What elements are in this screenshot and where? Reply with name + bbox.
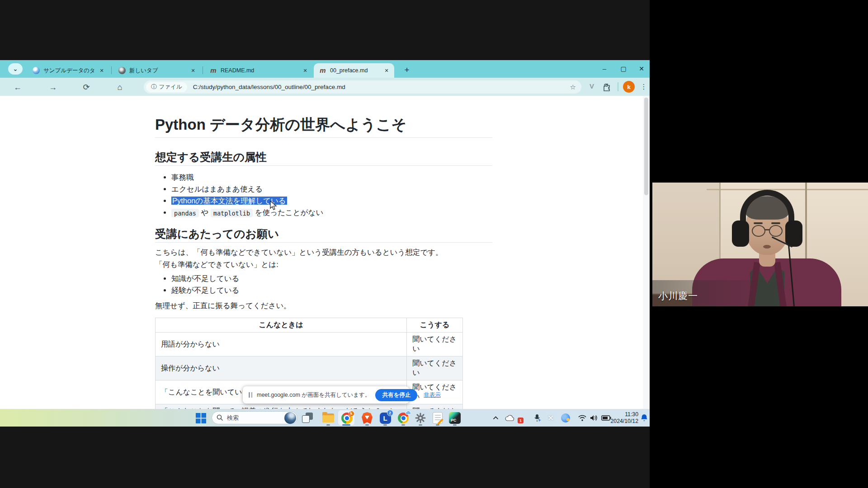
extensions-puzzle-icon[interactable]	[602, 83, 611, 94]
new-tab-favicon-icon	[118, 67, 126, 74]
folder-icon	[322, 413, 334, 422]
tab-preface-active[interactable]: m 00_preface.md ✕	[314, 63, 394, 78]
url-text: C:/study/python_data/lessons/00_outline/…	[193, 84, 345, 90]
list-item-text: や	[199, 208, 211, 216]
search-placeholder: 検索	[227, 414, 239, 422]
headphone-cup-right	[785, 221, 802, 247]
weather-widget-icon[interactable]	[284, 412, 296, 424]
tab-strip: ⌄ サンプルデータのダウンロードからPych ✕ 新しいタブ ✕ m READM…	[0, 60, 650, 78]
pycharm-icon: PC	[449, 412, 461, 424]
markdown-document: Python データ分析の世界へようこそ 想定する受講生の属性 事務職 エクセル…	[155, 96, 492, 409]
close-window-button[interactable]: ✕	[635, 62, 648, 75]
settings-button[interactable]	[414, 412, 427, 424]
person-eyebrow	[754, 222, 763, 224]
tab-readme[interactable]: m README.md ✕	[204, 63, 313, 78]
notepad-button[interactable]	[431, 412, 444, 424]
headphones-band	[740, 190, 794, 221]
table-cell: 「こんなことを聞いて、講義の進行を止めてしまわないだろうか？」と心配したら	[156, 404, 407, 409]
brave-button[interactable]	[361, 412, 373, 424]
forward-arrow-icon: →	[49, 83, 57, 92]
tab-close-icon[interactable]: ✕	[189, 66, 197, 75]
notification-center-button[interactable]	[639, 412, 649, 424]
search-icon	[217, 414, 223, 421]
meet-share-bar: meet.google.com が画面を共有しています。 共有を停止 非表示	[243, 386, 409, 404]
stop-sharing-button[interactable]: 共有を停止	[375, 389, 417, 401]
mouse-cursor	[270, 201, 278, 212]
file-chip-label: ファイル	[159, 83, 182, 91]
ime-tray-button[interactable]: ✕	[545, 412, 556, 424]
scrollbar-thumb[interactable]	[644, 98, 648, 195]
tray-expand-button[interactable]	[490, 412, 501, 424]
plus-icon: +	[404, 65, 409, 75]
table-row: 用語が分からない 聞いてください	[156, 333, 463, 357]
task-view-button[interactable]	[301, 412, 314, 424]
taskbar: 検索 k L 2	[0, 409, 650, 427]
toolbar-separator	[618, 82, 618, 91]
running-indicator	[419, 424, 422, 426]
onedrive-tray-button[interactable]	[504, 412, 515, 424]
scrollbar[interactable]	[643, 96, 650, 409]
extension-v-icon[interactable]: V	[587, 82, 597, 92]
share-message: meet.google.com が画面を共有しています。	[257, 391, 370, 399]
pycharm-button[interactable]: PC	[448, 412, 461, 424]
running-indicator	[436, 424, 439, 426]
hide-link[interactable]: 非表示	[424, 391, 441, 399]
line-letter: L	[383, 414, 387, 422]
home-icon: ⌂	[118, 83, 123, 92]
microphone-icon	[533, 414, 542, 422]
line-icon: L 2	[380, 413, 391, 424]
app-tray-icon: 1	[519, 413, 528, 422]
attributes-list: 事務職 エクセルはまあまあ使える Pythonの基本文法を理解している pand…	[155, 171, 492, 219]
forward-button[interactable]: →	[47, 81, 59, 93]
info-icon: ⓘ	[151, 83, 157, 91]
maximize-button[interactable]: ▢	[617, 62, 630, 75]
home-button[interactable]: ⌂	[114, 81, 126, 93]
table-header: こうする	[407, 318, 463, 333]
tab-separator	[203, 66, 203, 74]
taskbar-search-box[interactable]: 検索	[212, 411, 297, 424]
browser-toolbar: ← → ⟳ ⌂ ⓘ ファイル C:/study/python_data/less…	[0, 78, 650, 96]
bookmark-star-icon[interactable]: ☆	[570, 83, 576, 91]
tab-new-tab[interactable]: 新しいタブ ✕	[113, 63, 201, 78]
gear-icon	[415, 413, 426, 423]
profile-avatar[interactable]: k	[623, 81, 635, 93]
file-explorer-button[interactable]	[322, 412, 335, 424]
cloud-icon	[505, 415, 514, 421]
line-app-button[interactable]: L 2	[379, 412, 392, 424]
tab-close-icon[interactable]: ✕	[382, 66, 391, 75]
markdown-favicon-icon: m	[210, 67, 217, 74]
paragraph: 無理せず、正直に振る舞ってください。	[155, 300, 492, 312]
running-indicator-active	[342, 424, 350, 426]
browser-menu-button[interactable]: ⋮	[640, 81, 647, 92]
volume-tray-button[interactable]	[589, 412, 599, 424]
code-span: matplotlib	[211, 209, 253, 217]
tab-close-icon[interactable]: ✕	[301, 66, 309, 75]
clock-date: 2024/10/12	[609, 418, 638, 425]
new-tab-button[interactable]: +	[401, 64, 413, 76]
tab-close-icon[interactable]: ✕	[98, 66, 106, 75]
running-indicator	[326, 424, 330, 426]
wifi-icon	[578, 415, 586, 421]
windows-logo-icon	[196, 413, 206, 423]
bird-app-tray-button[interactable]	[560, 412, 571, 424]
tab-search-button[interactable]: ⌄	[8, 63, 23, 75]
address-bar[interactable]: ⓘ ファイル C:/study/python_data/lessons/00_o…	[144, 80, 581, 94]
microphone-tray-button[interactable]	[532, 412, 543, 424]
file-scheme-chip[interactable]: ⓘ ファイル	[146, 82, 187, 92]
reload-button[interactable]: ⟳	[80, 81, 92, 93]
person-mouth	[763, 245, 771, 249]
notification-bell-icon	[641, 414, 648, 422]
wifi-tray-button[interactable]	[577, 412, 588, 424]
taskbar-clock[interactable]: 11:30 2024/10/12	[609, 411, 638, 424]
start-button[interactable]	[194, 412, 207, 424]
minimize-button[interactable]: –	[598, 62, 611, 75]
chrome-active-highlight[interactable]: k	[338, 410, 354, 425]
tab-sample-data[interactable]: サンプルデータのダウンロードからPych ✕	[27, 63, 109, 78]
chrome-profile2-button[interactable]	[397, 412, 410, 424]
chrome-button[interactable]: k	[340, 412, 353, 424]
code-span: pandas	[171, 209, 199, 217]
back-button[interactable]: ←	[12, 81, 24, 93]
person-eyebrow	[771, 222, 780, 224]
table-cell: 操作が分からない	[156, 357, 407, 380]
update-tray-button[interactable]: 1	[518, 412, 529, 424]
